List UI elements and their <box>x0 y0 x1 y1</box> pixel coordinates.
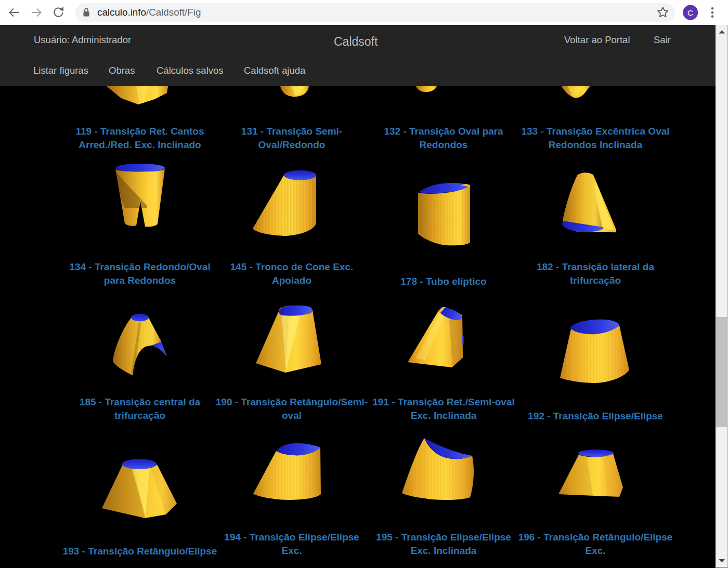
svg-text:C: C <box>687 8 693 17</box>
